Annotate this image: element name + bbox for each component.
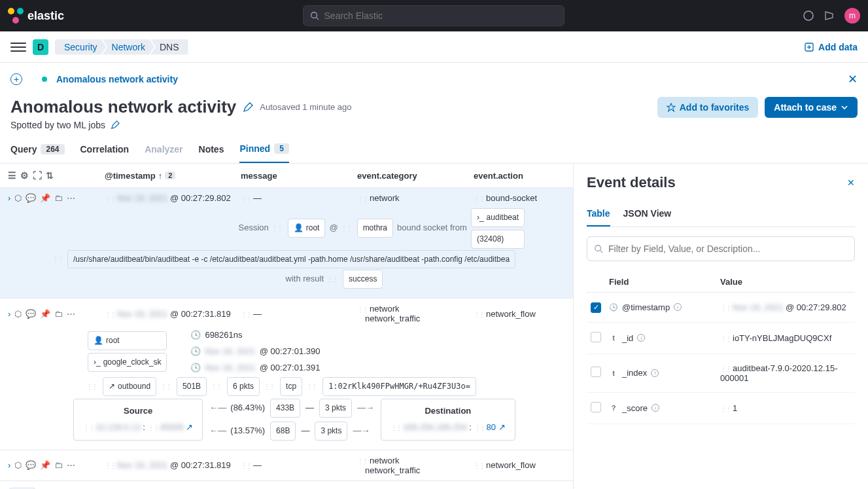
clock-icon: 🕓 [609,303,618,312]
pin-icon[interactable]: 📌 [40,460,50,470]
notes-icon[interactable]: 💬 [26,193,36,203]
details-tab-table[interactable]: Table [587,202,610,226]
analyze-icon[interactable]: ⬡ [14,193,22,203]
details-row: ✓ 🕓@timestamp i ⋮⋮Nov 19, 2021 @ 00:27:2… [587,293,855,323]
host-chip[interactable]: mothra [357,219,393,238]
newsfeed-icon[interactable] [824,10,835,22]
svg-point-6 [595,245,601,251]
more-icon[interactable]: ⋯ [67,460,75,470]
new-timeline-icon[interactable]: + [10,73,22,85]
tab-correlation[interactable]: Correlation [80,136,130,163]
expand-icon[interactable]: › [8,460,10,470]
table-row[interactable]: › ⬡ 💬 📌 🗀 ⋯ ⋮⋮Nov 19, 2021 @ 00:27:31.81… [0,450,573,480]
user-chip[interactable]: 👤 root [88,331,167,350]
timeline-tabs: Query264 Correlation Analyzer Notes Pinn… [0,136,868,164]
svg-point-2 [804,11,813,20]
timeline-name-link[interactable]: Anomalous network activity [56,74,178,84]
space-badge[interactable]: D [33,39,48,55]
brand-logo[interactable]: elastic [8,8,64,24]
tab-pinned[interactable]: Pinned5 [239,136,288,163]
field-checkbox[interactable] [591,332,601,342]
breadcrumb-dns: DNS [150,39,188,55]
sort-up-icon: ↑ [158,171,163,181]
sort-icon[interactable]: ⇅ [46,170,54,181]
table-header: ☰ ⚙ ⛶ ⇅ @timestamp ↑ 2 message event.cat… [0,164,573,188]
notes-icon[interactable]: 💬 [26,460,36,470]
details-filter[interactable] [587,236,855,261]
attach-to-case-button[interactable]: Attach to case [765,97,858,118]
edit-title-icon[interactable] [243,102,253,113]
fullscreen-icon[interactable]: ⛶ [33,170,42,181]
field-checkbox[interactable] [591,402,601,412]
notes-icon[interactable]: 💬 [26,309,36,319]
col-timestamp[interactable]: @timestamp ↑ 2 [105,171,235,181]
details-title: Event details [587,174,676,191]
page-title: Anomalous network activity [10,97,236,117]
user-avatar[interactable]: m [844,8,860,24]
breadcrumb-security[interactable]: Security [55,39,107,55]
details-filter-input[interactable] [608,244,848,254]
search-icon [594,244,603,253]
page-header: Anomalous network activity Autosaved 1 m… [0,86,868,136]
analyze-icon[interactable]: ⬡ [14,460,22,470]
nav-toggle-icon[interactable] [10,43,26,52]
table-row[interactable]: › ⬡ 💬 📌 🗀 ⋯ ⋮⋮Nov 19, 2021 @ 00:27:31.81… [0,299,573,450]
field-checkbox[interactable] [591,367,601,377]
col-category[interactable]: event.category [357,171,468,181]
status-dot-icon [42,77,47,82]
details-tab-json[interactable]: JSON View [623,202,672,226]
folder-icon[interactable]: 🗀 [54,193,63,203]
table-footer: 5 ⌄ of 5 ‹ 1 › 🕓 Updated now [0,480,573,489]
table-row[interactable]: › ⬡ 💬 📌 🗀 ⋯ ⋮⋮Nov 19, 2021 @ 00:27:29.80… [0,188,573,299]
list-icon[interactable]: ☰ [8,170,16,181]
result-chip[interactable]: success [343,270,383,289]
page-subtitle: Spotted by two ML jobs [10,120,105,130]
search-input[interactable] [324,10,557,21]
info-icon[interactable]: i [674,303,682,311]
external-link-icon[interactable]: ↗ [498,422,506,432]
expand-icon[interactable]: › [8,309,10,319]
info-icon[interactable]: i [637,334,645,342]
expand-icon[interactable]: › [8,193,10,203]
add-to-favorites-button[interactable]: Add to favorites [657,97,759,118]
star-icon [667,103,676,112]
global-search[interactable] [303,5,564,26]
process-chip[interactable]: ›_ google_clock_sk [88,353,167,372]
info-icon[interactable]: i [651,369,659,377]
close-icon[interactable]: ✕ [848,72,858,86]
edit-subtitle-icon[interactable] [111,120,120,130]
pin-icon[interactable]: 📌 [40,309,50,319]
analyze-icon[interactable]: ⬡ [14,309,22,319]
pin-icon[interactable]: 📌 [40,193,50,203]
info-icon[interactable]: i [651,404,659,412]
user-chip[interactable]: 👤 root [288,219,326,238]
folder-icon[interactable]: 🗀 [54,309,63,319]
add-data-button[interactable]: Add data [804,42,858,52]
external-link-icon[interactable]: ↗ [186,422,193,432]
tab-analyzer: Analyzer [145,136,182,163]
more-icon[interactable]: ⋯ [67,193,75,203]
process-chip[interactable]: ›_ auditbeat [471,208,525,227]
top-nav: elastic m [0,0,868,31]
close-details-icon[interactable]: ✕ [847,177,855,188]
text-type-icon: t [609,334,618,342]
col-message[interactable]: message [241,171,352,181]
gear-icon[interactable]: ⚙ [20,170,29,181]
pid-chip[interactable]: (32408) [471,230,525,249]
add-data-icon [804,42,814,52]
field-checkbox[interactable]: ✓ [591,302,601,313]
folder-icon[interactable]: 🗀 [54,460,63,470]
content: ☰ ⚙ ⛶ ⇅ @timestamp ↑ 2 message event.cat… [0,164,868,489]
command-chip[interactable]: /usr/share/auditbeat/bin/auditbeat -e -c… [67,250,515,269]
tab-notes[interactable]: Notes [199,136,224,163]
col-action[interactable]: event.action [474,171,565,181]
brand-name: elastic [27,9,64,23]
timeline-banner: + Anomalous network activity ✕ [0,63,868,86]
tab-query[interactable]: Query264 [10,136,65,163]
more-icon[interactable]: ⋯ [67,309,75,319]
svg-point-0 [311,12,317,18]
svg-line-7 [600,251,603,253]
details-row: t_id i ⋮⋮ioTY-nYBLJMagDUQ9CXf [587,323,855,354]
help-icon[interactable] [803,10,814,22]
breadcrumb-network[interactable]: Network [103,39,154,55]
